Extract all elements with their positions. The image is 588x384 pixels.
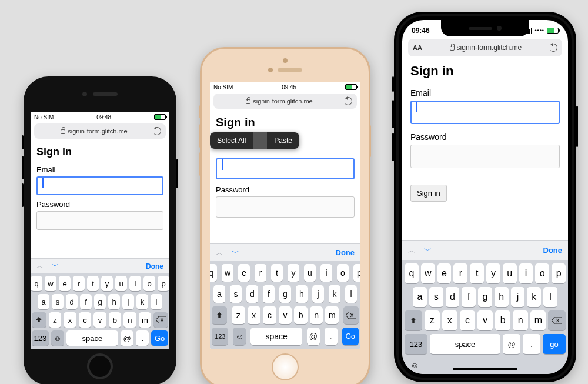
key-l[interactable]: l	[345, 285, 357, 303]
reload-icon[interactable]	[549, 44, 557, 52]
home-indicator[interactable]	[453, 368, 517, 370]
backspace-key[interactable]	[343, 306, 359, 324]
go-key[interactable]: Go	[342, 328, 359, 345]
key-f[interactable]: f	[263, 285, 275, 303]
at-key[interactable]: @	[121, 330, 133, 346]
key-u[interactable]: u	[503, 263, 517, 283]
key-c[interactable]: c	[263, 306, 276, 324]
key-q[interactable]: q	[31, 276, 42, 291]
key-r[interactable]: r	[73, 276, 85, 291]
url-bar[interactable]: signin-form.glitch.me	[213, 94, 357, 109]
go-key[interactable]: go	[543, 334, 566, 354]
home-button[interactable]	[272, 353, 299, 380]
key-q[interactable]: q	[405, 263, 419, 283]
space-key[interactable]: space	[250, 328, 302, 345]
emoji-key[interactable]: ☺	[233, 328, 246, 345]
key-g[interactable]: g	[94, 294, 106, 309]
backspace-key[interactable]	[548, 310, 566, 330]
at-key[interactable]: @	[307, 328, 320, 345]
done-button[interactable]: Done	[146, 262, 163, 271]
key-a[interactable]: a	[213, 285, 225, 303]
key-b[interactable]: b	[294, 306, 308, 324]
reload-icon[interactable]	[344, 97, 352, 105]
key-p[interactable]: p	[158, 276, 169, 291]
select-all-button[interactable]: Select All	[210, 132, 253, 149]
key-t[interactable]: t	[271, 264, 283, 282]
key-q[interactable]: q	[210, 264, 217, 282]
key-s[interactable]: s	[230, 285, 242, 303]
key-e[interactable]: e	[238, 264, 250, 282]
key-s[interactable]: s	[429, 287, 443, 307]
at-key[interactable]: @	[503, 334, 520, 354]
key-r[interactable]: r	[255, 264, 266, 282]
key-u[interactable]: u	[115, 276, 127, 291]
key-c[interactable]: c	[460, 310, 475, 330]
key-v[interactable]: v	[477, 310, 493, 330]
key-z[interactable]: z	[425, 310, 440, 330]
prev-field-icon[interactable]: ︿	[36, 261, 44, 271]
key-j[interactable]: j	[122, 294, 134, 309]
emoji-key[interactable]: ☺	[410, 360, 419, 370]
key-y[interactable]: y	[101, 276, 113, 291]
key-j[interactable]: j	[511, 287, 525, 307]
key-h[interactable]: h	[108, 294, 120, 309]
url-bar[interactable]: signin-form.glitch.me	[34, 123, 166, 139]
key-u[interactable]: u	[304, 264, 316, 282]
key-x[interactable]: x	[64, 312, 76, 328]
key-b[interactable]: b	[109, 312, 121, 328]
key-t[interactable]: t	[470, 263, 484, 283]
done-button[interactable]: Done	[336, 248, 355, 257]
dot-key[interactable]: .	[523, 334, 540, 354]
done-button[interactable]: Done	[543, 246, 563, 255]
key-o[interactable]: o	[337, 264, 349, 282]
home-button[interactable]	[87, 353, 113, 379]
key-a[interactable]: a	[38, 294, 49, 309]
signin-button[interactable]: Sign in	[410, 185, 447, 202]
next-field-icon[interactable]: ﹀	[52, 261, 59, 271]
url-bar[interactable]: AA signin-form.glitch.me	[408, 39, 562, 56]
aa-button[interactable]: AA	[413, 44, 422, 51]
password-field[interactable]	[36, 211, 163, 230]
numbers-key[interactable]: 123	[212, 328, 228, 345]
key-c[interactable]: c	[79, 312, 91, 328]
email-field[interactable]	[36, 176, 163, 195]
key-v[interactable]: v	[279, 306, 292, 324]
key-h[interactable]: h	[495, 287, 509, 307]
key-s[interactable]: s	[52, 294, 64, 309]
key-l[interactable]: l	[543, 287, 557, 307]
key-m[interactable]: m	[530, 310, 546, 330]
key-p[interactable]: p	[353, 264, 360, 282]
shift-key[interactable]	[212, 306, 227, 324]
dot-key[interactable]: .	[136, 330, 149, 346]
key-d[interactable]: d	[446, 287, 460, 307]
key-z[interactable]: z	[232, 306, 245, 324]
shift-key[interactable]	[405, 310, 422, 330]
key-r[interactable]: r	[453, 263, 467, 283]
numbers-key[interactable]: 123	[32, 330, 49, 346]
key-f[interactable]: f	[462, 287, 476, 307]
key-o[interactable]: o	[535, 263, 549, 283]
key-g[interactable]: g	[478, 287, 492, 307]
key-n[interactable]: n	[310, 306, 323, 324]
key-e[interactable]: e	[59, 276, 71, 291]
key-t[interactable]: t	[87, 276, 99, 291]
key-k[interactable]: k	[527, 287, 541, 307]
key-j[interactable]: j	[312, 285, 324, 303]
key-d[interactable]: d	[66, 294, 78, 309]
key-o[interactable]: o	[143, 276, 155, 291]
emoji-key[interactable]: ☺	[51, 330, 64, 346]
key-f[interactable]: f	[80, 294, 92, 309]
key-y[interactable]: y	[288, 264, 299, 282]
key-m[interactable]: m	[325, 306, 339, 324]
key-d[interactable]: d	[246, 285, 258, 303]
email-field[interactable]	[410, 101, 560, 124]
shift-key[interactable]	[32, 312, 46, 328]
go-key[interactable]: Go	[151, 330, 168, 346]
space-key[interactable]: space	[430, 334, 500, 354]
key-n[interactable]: n	[513, 310, 528, 330]
next-field-icon[interactable]: ﹀	[232, 248, 239, 258]
key-g[interactable]: g	[279, 285, 291, 303]
reload-icon[interactable]	[153, 127, 161, 135]
key-k[interactable]: k	[136, 294, 148, 309]
key-z[interactable]: z	[49, 312, 61, 328]
